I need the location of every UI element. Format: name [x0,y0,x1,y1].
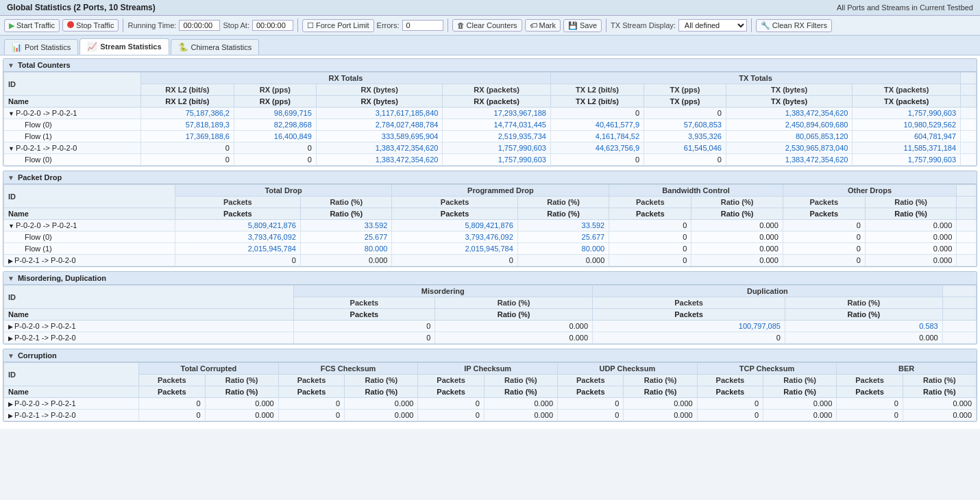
th-ber-r: Ratio (%) [903,375,976,386]
row-name: ▼P-0-2-0 -> P-0-2-1 [4,220,175,232]
start-traffic-button[interactable]: ▶ Start Traffic [4,19,60,32]
table-cell: 3,117,617,185,840 [316,108,443,119]
table-cell: 11,585,371,184 [853,142,961,154]
table-cell: 17,369,188,6 [140,131,234,142]
table-cell: 0 [140,142,234,154]
total-counters-table: ID RX Totals TX Totals RX L2 (bit/s) RX … [3,72,977,166]
table-cell: 2,015,945,784 [175,243,300,255]
th-udp-checksum: UDP Checksum [558,363,698,375]
tab-chimera-statistics[interactable]: 🐍 Chimera Statistics [171,39,260,55]
expand-icon: ▶ [8,258,13,264]
port-stats-icon: 📊 [12,42,22,52]
table-cell: 3,935,326 [644,131,726,142]
table-cell: 604,781,947 [853,131,961,142]
force-port-limit-button[interactable]: ☐ Force Port Limit [302,19,374,32]
table-cell: 0.000 [691,243,783,255]
tx-stream-display-label: TX Stream Display: [611,21,676,29]
table-cell: 0.000 [435,321,593,332]
total-counters-title: Total Counters [18,61,71,69]
table-cell: 0.000 [300,255,391,266]
th-mis-packets: Packets [293,297,435,309]
collapse-icon-mis: ▼ [8,275,14,282]
mark-button[interactable]: 🏷 Mark [525,19,561,32]
th-tx-totals: TX Totals [550,73,960,84]
corruption-header[interactable]: ▼ Corruption [3,349,977,362]
th-tx-packets: TX (packets) [853,84,961,96]
table-cell: 0 [293,332,435,344]
tab-stream-statistics[interactable]: 📈 Stream Statistics [79,38,169,55]
th-od-packets: Packets [783,197,865,208]
expand-icon: ▶ [8,412,13,419]
table-cell: 2,015,945,784 [392,243,517,255]
table-cell: 25.677 [517,232,609,243]
th-mis-extra [942,286,976,297]
table-cell: 33.592 [517,220,609,232]
packet-drop-header[interactable]: ▼ Packet Drop [3,171,977,184]
table-cell: 61,545,046 [644,142,726,154]
table-cell: 0.000 [517,255,609,266]
table-cell: 0.000 [865,243,956,255]
table-cell: 0.000 [903,410,976,421]
clean-rx-filters-button[interactable]: 🔧 Clean RX Filters [756,19,832,32]
stop-traffic-button[interactable]: Stop Traffic [62,19,119,32]
th-id-pd: ID [4,185,175,208]
table-cell: 0 [609,220,691,232]
stop-at-label: Stop At: [223,21,249,29]
th-udp-r: Ratio (%) [624,375,697,386]
th-pd-extra2 [957,197,977,208]
table-cell: 0 [697,410,763,421]
errors-value: 0 [402,20,443,31]
table-cell: 0.000 [205,398,278,410]
misordering-header[interactable]: ▼ Misordering, Duplication [3,272,977,285]
row-name: ▶P-0-2-0 -> P-0-2-1 [4,398,139,410]
th-misordering: Misordering [293,286,593,297]
separator-2 [297,18,298,32]
mark-icon: 🏷 [530,21,537,29]
main-content: ▼ Total Counters ID RX Totals TX Totals … [0,55,980,429]
table-cell: 0.000 [345,398,418,410]
table-cell: 0 [593,332,785,344]
table-row: ▶P-0-2-1 -> P-0-2-000.00000.000 [4,332,977,344]
table-cell: 3,793,476,092 [175,232,300,243]
th-extra [961,84,977,96]
col-header-row: Name RX L2 (bit/s) RX (pps) RX (bytes) R… [4,96,977,108]
expand-icon: ▼ [8,110,14,117]
th-id-tc: ID [4,73,141,96]
row-name: ▶P-0-2-0 -> P-0-2-1 [4,321,294,332]
running-time-label: Running Time: [127,21,176,29]
th-ber: BER [837,363,977,375]
table-cell: 33.592 [300,220,391,232]
clear-counters-button[interactable]: 🗑 Clear Counters [452,19,522,32]
table-row: ▶P-0-2-1 -> P-0-2-000.00000.00000.00000.… [4,410,977,421]
table-cell: 0 [609,232,691,243]
total-counters-header[interactable]: ▼ Total Counters [3,59,977,72]
misordering-table: ID Misordering Duplication Packets Ratio… [3,285,977,344]
tx-stream-display-select[interactable]: All defined [678,19,747,32]
th-rx-packets: RX (packets) [443,84,551,96]
table-cell: 0 [392,255,517,266]
table-cell: 1,383,472,354,620 [726,154,853,166]
table-cell: 0 [609,255,691,266]
table-cell: 57,608,853 [644,119,726,131]
table-cell: 0 [837,398,903,410]
table-cell: 2,784,027,488,784 [316,119,443,131]
th-total-corrupted: Total Corrupted [139,363,279,375]
title-bar: Global Statistics (2 Ports, 10 Streams) … [0,0,980,16]
row-name: Flow (1) [4,243,175,255]
total-counters-body: ID RX Totals TX Totals RX L2 (bit/s) RX … [3,72,977,166]
table-cell: 2,450,894,609,680 [726,119,853,131]
table-cell: 0 [558,410,624,421]
th-empty [961,73,977,84]
tab-port-statistics[interactable]: 📊 Port Statistics [4,39,78,55]
save-icon: 💾 [568,21,578,30]
table-cell: 14,774,031,445 [443,119,551,131]
table-cell: 82,298,868 [234,119,316,131]
th-tc-r: Ratio (%) [205,375,278,386]
save-button[interactable]: 💾 Save [563,19,602,32]
row-name: ▶P-0-2-1 -> P-0-2-0 [4,410,139,421]
table-cell: 0.000 [484,398,557,410]
separator-5 [751,18,752,32]
th-od-ratio: Ratio (%) [865,197,956,208]
th-tcp-r: Ratio (%) [763,375,837,386]
collapse-icon-pd: ▼ [8,174,14,182]
